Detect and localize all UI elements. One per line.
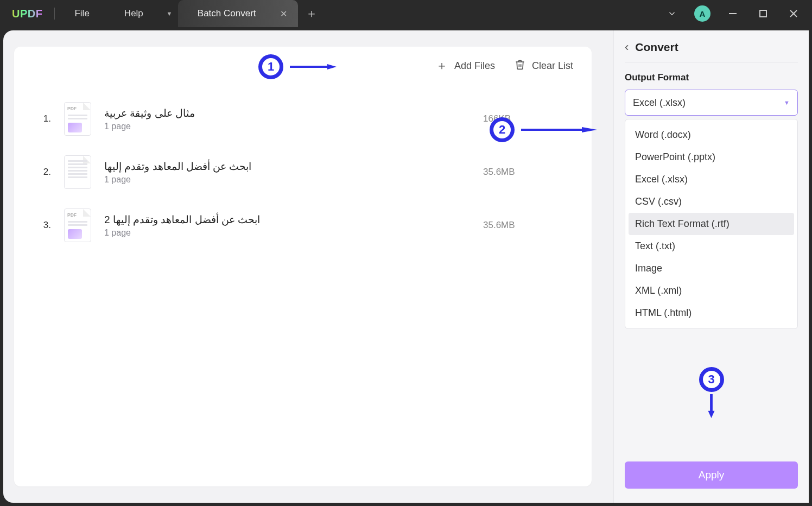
- plus-icon: ＋: [436, 58, 448, 74]
- avatar[interactable]: A: [690, 2, 714, 26]
- side-panel: ‹ Convert Output Format Excel (.xlsx) ▼ …: [613, 30, 809, 503]
- add-files-label: Add Files: [454, 60, 495, 72]
- file-thumbnail: [64, 155, 91, 189]
- chevron-down-icon[interactable]: [660, 2, 684, 26]
- svg-rect-1: [760, 10, 766, 17]
- clear-list-label: Clear List: [532, 60, 573, 72]
- main-panel: ＋ Add Files Clear List 1.PDFمثال على وثي…: [3, 30, 809, 503]
- format-option[interactable]: PowerPoint (.pptx): [629, 146, 794, 168]
- file-meta: مثال على وثيقة عربية1 page: [104, 107, 470, 131]
- file-pages: 1 page: [104, 122, 470, 131]
- tab-title: Batch Convert: [198, 8, 256, 19]
- titlebar: UPDF File Help ▼ Batch Convert ✕ ＋ A: [0, 0, 812, 27]
- menu-file[interactable]: File: [57, 0, 106, 27]
- file-title: مثال على وثيقة عربية: [104, 107, 470, 119]
- format-dropdown: Word (.docx)PowerPoint (.pptx)Excel (.xl…: [625, 119, 798, 329]
- back-icon[interactable]: ‹: [625, 40, 629, 54]
- app-logo: UPDF: [2, 8, 52, 20]
- content-area: ＋ Add Files Clear List 1.PDFمثال على وثي…: [3, 30, 613, 503]
- file-row[interactable]: 3.PDFابحث عن أفضل المعاهد وتقدم إليها 21…: [36, 199, 570, 252]
- tab-close-icon[interactable]: ✕: [280, 9, 287, 19]
- file-meta: ابحث عن أفضل المعاهد وتقدم إليها1 page: [104, 160, 470, 185]
- new-tab-button[interactable]: ＋: [298, 0, 325, 27]
- format-option[interactable]: Word (.docx): [629, 124, 794, 146]
- side-title: Convert: [635, 41, 678, 54]
- trash-icon: [515, 59, 525, 73]
- add-files-button[interactable]: ＋ Add Files: [436, 58, 495, 74]
- format-option[interactable]: HTML (.html): [629, 302, 794, 324]
- window-minimize-icon[interactable]: [721, 2, 745, 26]
- annotation-3: 3: [699, 367, 724, 418]
- file-title: ابحث عن أفضل المعاهد وتقدم إليها 2: [104, 213, 470, 226]
- output-format-label: Output Format: [625, 72, 798, 83]
- row-number: 3.: [36, 220, 51, 231]
- file-meta: ابحث عن أفضل المعاهد وتقدم إليها 21 page: [104, 213, 470, 238]
- file-row[interactable]: 1.PDFمثال على وثيقة عربية1 page166KB: [36, 92, 570, 146]
- file-size: 35.6MB: [483, 167, 570, 178]
- tab-batch-convert[interactable]: Batch Convert ✕: [178, 0, 298, 27]
- window-close-icon[interactable]: [782, 2, 805, 26]
- separator: [54, 8, 55, 20]
- file-pages: 1 page: [104, 228, 470, 238]
- file-card: ＋ Add Files Clear List 1.PDFمثال على وثي…: [14, 47, 592, 486]
- window-maximize-icon[interactable]: [751, 2, 775, 26]
- svg-rect-0: [729, 13, 737, 14]
- format-option[interactable]: CSV (.csv): [629, 191, 794, 213]
- tab-list-caret-icon[interactable]: ▼: [161, 0, 178, 27]
- file-size: 35.6MB: [483, 220, 570, 231]
- apply-button[interactable]: Apply: [625, 461, 798, 489]
- format-option[interactable]: Image: [629, 257, 794, 280]
- output-format-select[interactable]: Excel (.xlsx) ▼: [625, 90, 798, 116]
- format-option[interactable]: Text (.txt): [629, 235, 794, 257]
- card-toolbar: ＋ Add Files Clear List: [14, 47, 592, 81]
- row-number: 2.: [36, 167, 51, 178]
- format-option[interactable]: XML (.xml): [629, 280, 794, 302]
- file-title: ابحث عن أفضل المعاهد وتقدم إليها: [104, 160, 470, 173]
- select-value: Excel (.xlsx): [633, 97, 686, 109]
- file-size: 166KB: [483, 113, 570, 124]
- file-row[interactable]: 2.ابحث عن أفضل المعاهد وتقدم إليها1 page…: [36, 146, 570, 199]
- file-pages: 1 page: [104, 175, 470, 185]
- format-option[interactable]: Rich Text Format (.rtf): [629, 213, 794, 235]
- row-number: 1.: [36, 113, 51, 124]
- menu-help[interactable]: Help: [107, 0, 161, 27]
- chevron-down-icon: ▼: [784, 99, 790, 106]
- file-thumbnail: PDF: [64, 102, 91, 136]
- clear-list-button[interactable]: Clear List: [515, 59, 573, 73]
- file-thumbnail: PDF: [64, 208, 91, 242]
- file-list: 1.PDFمثال على وثيقة عربية1 page166KB2.اب…: [14, 81, 592, 252]
- format-option[interactable]: Excel (.xlsx): [629, 168, 794, 191]
